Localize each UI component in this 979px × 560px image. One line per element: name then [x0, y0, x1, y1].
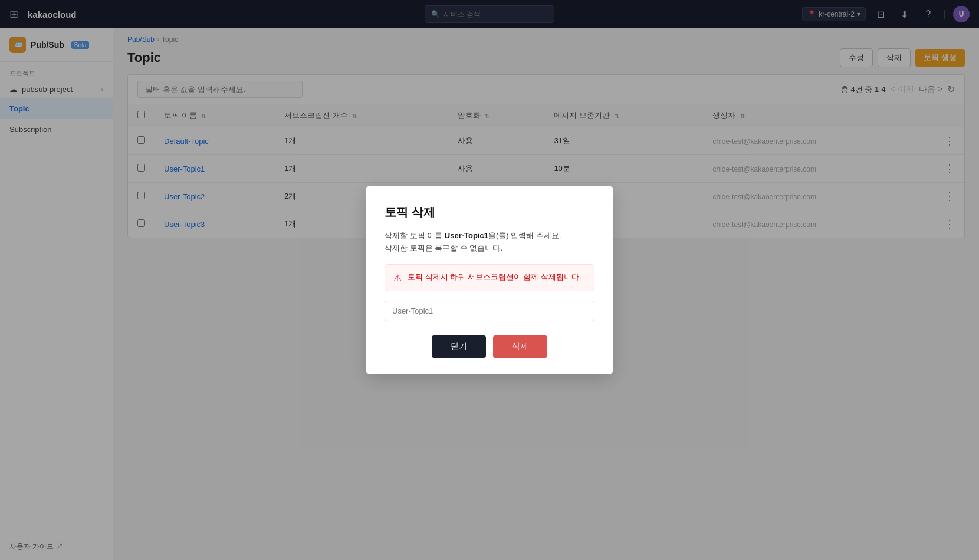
modal-target-topic: User-Topic1	[445, 231, 488, 240]
modal-close-button[interactable]: 닫기	[432, 335, 486, 358]
topic-name-input[interactable]	[385, 301, 594, 321]
modal-delete-button[interactable]: 삭제	[493, 335, 547, 358]
modal-overlay[interactable]: 토픽 삭제 삭제할 토픽 이름 User-Topic1을(를) 입력해 주세요.…	[0, 0, 979, 560]
modal-warning: ⚠ 토픽 삭제시 하위 서브스크립션이 함께 삭제됩니다.	[385, 264, 594, 291]
warning-icon: ⚠	[393, 272, 402, 284]
modal-actions: 닫기 삭제	[385, 335, 594, 358]
delete-topic-modal: 토픽 삭제 삭제할 토픽 이름 User-Topic1을(를) 입력해 주세요.…	[366, 186, 613, 374]
modal-description: 삭제할 토픽 이름 User-Topic1을(를) 입력해 주세요. 삭제한 토…	[385, 230, 594, 255]
modal-warning-text: 토픽 삭제시 하위 서브스크립션이 함께 삭제됩니다.	[408, 272, 582, 282]
modal-title: 토픽 삭제	[385, 205, 594, 220]
